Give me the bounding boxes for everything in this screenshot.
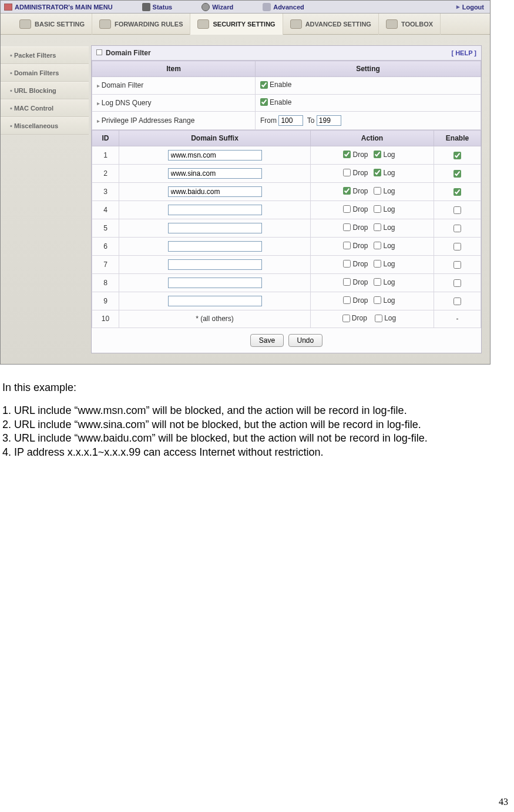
log-option[interactable]: Log <box>374 260 395 268</box>
log-dns-enable-checkbox[interactable] <box>260 98 268 106</box>
log-option[interactable]: Log <box>374 205 395 213</box>
domain-filter-enable[interactable]: Enable <box>260 81 291 89</box>
log-checkbox[interactable] <box>374 205 381 213</box>
enable-checkbox[interactable] <box>453 206 461 214</box>
drop-option[interactable]: Drop <box>343 296 368 305</box>
sidebar-item-mac-control[interactable]: MAC Control <box>1 99 89 117</box>
sidebar-item-packet-filters[interactable]: Packet Filters <box>1 46 89 64</box>
log-option[interactable]: Log <box>374 278 395 286</box>
drop-option[interactable]: Drop <box>343 278 368 286</box>
nav-advanced[interactable]: Advanced <box>257 3 310 11</box>
log-option[interactable]: Log <box>374 223 395 232</box>
log-checkbox[interactable] <box>374 242 381 249</box>
log-checkbox[interactable] <box>374 296 381 304</box>
row-priv-range-label: Privilege IP Addresses Range <box>92 112 256 130</box>
col-domain-suffix: Domain Suffix <box>119 131 311 146</box>
nav-advanced-label: Advanced <box>273 4 304 11</box>
sidebar-item-url-blocking[interactable]: URL Blocking <box>1 82 89 99</box>
domain-input[interactable] <box>168 296 262 306</box>
drop-checkbox[interactable] <box>343 169 351 176</box>
log-checkbox[interactable] <box>374 169 381 176</box>
domain-input[interactable] <box>168 150 262 161</box>
drop-option[interactable]: Drop <box>343 260 368 268</box>
drop-checkbox[interactable] <box>343 242 351 249</box>
enable-checkbox[interactable] <box>453 225 461 232</box>
drop-checkbox[interactable] <box>343 205 351 213</box>
row-id: 7 <box>92 256 119 274</box>
domain-input[interactable] <box>168 205 262 215</box>
domain-input[interactable] <box>168 186 262 197</box>
enable-checkbox[interactable] <box>453 152 461 159</box>
row10-log[interactable]: Log <box>375 314 396 322</box>
sidebar-item-miscellaneous[interactable]: Miscellaneous <box>1 117 89 135</box>
row10-enable: - <box>434 310 481 328</box>
drop-option[interactable]: Drop <box>343 169 368 177</box>
drop-option[interactable]: Drop <box>343 223 368 232</box>
enable-checkbox[interactable] <box>453 261 461 269</box>
enable-checkbox[interactable] <box>453 170 461 178</box>
basic-setting-icon <box>19 19 31 29</box>
col-item: Item <box>92 61 256 77</box>
table-row: 7DropLog <box>92 256 481 274</box>
nav-status-label: Status <box>153 4 173 11</box>
domain-input[interactable] <box>168 241 262 252</box>
row10-drop-checkbox[interactable] <box>342 315 350 322</box>
nav-wizard[interactable]: Wizard <box>196 3 239 11</box>
table-row: 5DropLog <box>92 219 481 238</box>
tab-toolbox-label: TOOLBOX <box>401 21 433 28</box>
drop-checkbox[interactable] <box>343 296 351 304</box>
security-icon <box>197 19 209 29</box>
status-icon <box>142 3 150 11</box>
log-checkbox[interactable] <box>374 278 381 286</box>
col-id: ID <box>92 131 119 146</box>
drop-option[interactable]: Drop <box>343 187 368 195</box>
log-option[interactable]: Log <box>374 151 395 159</box>
domain-input[interactable] <box>168 168 262 179</box>
drop-checkbox[interactable] <box>343 278 351 286</box>
domain-input[interactable] <box>168 223 262 233</box>
log-dns-enable[interactable]: Enable <box>260 98 291 106</box>
to-input[interactable] <box>317 115 341 126</box>
enable-checkbox[interactable] <box>453 188 461 196</box>
log-checkbox[interactable] <box>374 260 381 268</box>
drop-checkbox[interactable] <box>343 223 351 231</box>
log-option[interactable]: Log <box>374 187 395 195</box>
tab-basic-setting[interactable]: BASIC SETTING <box>12 14 92 35</box>
log-option[interactable]: Log <box>374 242 395 250</box>
drop-option[interactable]: Drop <box>343 151 368 159</box>
domain-input[interactable] <box>168 259 262 270</box>
enable-checkbox[interactable] <box>453 298 461 305</box>
from-input[interactable] <box>278 115 303 126</box>
domain-input[interactable] <box>168 278 262 288</box>
row10-log-checkbox[interactable] <box>375 315 382 322</box>
nav-logout[interactable]: ▸ Logout <box>451 3 490 11</box>
drop-option[interactable]: Drop <box>343 242 368 250</box>
nav-status[interactable]: Status <box>136 3 179 11</box>
help-link[interactable]: [ HELP ] <box>451 49 476 56</box>
log-option[interactable]: Log <box>374 169 395 177</box>
log-option[interactable]: Log <box>374 296 395 305</box>
enable-checkbox[interactable] <box>453 279 461 287</box>
tab-advanced-setting[interactable]: ADVANCED SETTING <box>283 14 379 35</box>
row-id: 1 <box>92 146 119 165</box>
domain-filter-enable-checkbox[interactable] <box>260 81 268 89</box>
drop-option[interactable]: Drop <box>343 205 368 213</box>
tab-security-setting[interactable]: SECURITY SETTING <box>190 14 283 35</box>
table-row: 3DropLog <box>92 183 481 201</box>
row10-drop[interactable]: Drop <box>342 314 367 322</box>
enable-checkbox[interactable] <box>453 243 461 250</box>
log-checkbox[interactable] <box>374 223 381 231</box>
drop-checkbox[interactable] <box>343 260 351 268</box>
log-checkbox[interactable] <box>374 187 381 195</box>
save-button[interactable]: Save <box>250 334 284 347</box>
domain-filter-panel: Domain Filter [ HELP ] Item Setting Doma… <box>91 45 482 353</box>
drop-checkbox[interactable] <box>343 187 351 195</box>
tab-toolbox[interactable]: TOOLBOX <box>379 14 441 35</box>
drop-checkbox[interactable] <box>343 151 351 158</box>
table-row: 2DropLog <box>92 165 481 183</box>
table-row: 1DropLog <box>92 146 481 165</box>
log-checkbox[interactable] <box>374 151 381 158</box>
undo-button[interactable]: Undo <box>288 334 323 347</box>
tab-forwarding-rules[interactable]: FORWARDING RULES <box>92 14 191 35</box>
sidebar-item-domain-filters[interactable]: Domain Filters <box>1 64 89 82</box>
